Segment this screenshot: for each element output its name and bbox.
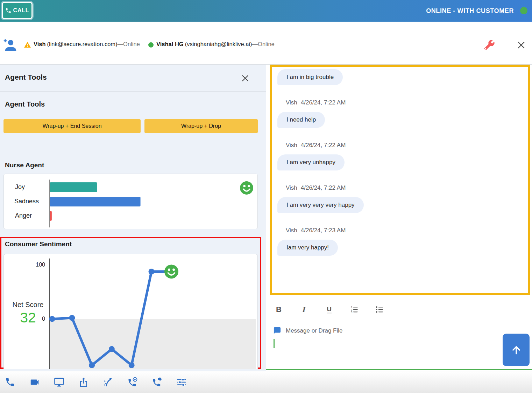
video-icon[interactable] [27, 374, 43, 390]
app-window: CALL ONLINE - WITH CUSTOMER Vish(link@se… [0, 0, 532, 393]
consumer-sentiment-title: Consumer Sentiment [5, 240, 72, 248]
agent-tools-header: Agent Tools [0, 65, 266, 92]
message-timestamp: 4/26/24, 7:22 AM [301, 99, 346, 106]
net-score-label: Net Score [9, 301, 47, 309]
italic-button[interactable]: I [299, 304, 309, 315]
composer-divider [266, 369, 532, 370]
phone-transfer-icon[interactable] [149, 374, 165, 390]
agent-name: Vish [34, 41, 46, 47]
message-header: Vish4/26/24, 7:23 AM [286, 227, 528, 235]
message-header: Vish4/26/24, 7:22 AM [286, 142, 528, 150]
customer-name: Vishal HG [156, 41, 184, 47]
customer-address: (vsinghaniahg@linklive.ai) [185, 41, 252, 47]
underline-button[interactable]: U [327, 306, 332, 313]
agent-status: —Online [118, 41, 140, 47]
ai-boost-icon[interactable] [100, 374, 116, 390]
message-header: Vish4/26/24, 7:22 AM [286, 184, 528, 192]
format-toolbar: B I U 123 [274, 304, 384, 315]
session-status-text: ONLINE - WITH CUSTOMER [426, 0, 514, 22]
send-button[interactable] [503, 334, 530, 366]
chat-message-bubble: I am very very very happy [277, 197, 364, 213]
message-timestamp: 4/26/24, 7:22 AM [301, 142, 346, 148]
consumer-sentiment-highlight: Consumer Sentiment 100 0 Net Score 32 [0, 237, 261, 369]
close-panel-icon[interactable] [241, 74, 250, 83]
share-file-icon[interactable] [76, 374, 92, 390]
ytick-100: 100 [24, 262, 45, 268]
message-input[interactable]: Message or Drag File [273, 327, 343, 335]
message-group: I am in big trouble [277, 69, 528, 85]
message-sender: Vish [286, 99, 297, 106]
message-timestamp: 4/26/24, 7:22 AM [301, 184, 346, 191]
agent-identity: Vish(link@secure.revation.com)—Online [34, 41, 140, 48]
message-sender: Vish [286, 142, 297, 148]
phone-icon [5, 7, 12, 14]
call-button-label: CALL [13, 7, 29, 14]
agent-tools-panel: Agent Tools Agent Tools Wrap-up + End Se… [0, 65, 266, 371]
chat-transcript: I am in big trouble Vish4/26/24, 7:22 AM… [270, 65, 530, 295]
agent-tools-panel-title: Agent Tools [5, 73, 47, 81]
message-sender: Vish [286, 184, 297, 191]
text-cursor [274, 339, 275, 348]
agent-address: (link@secure.revation.com) [47, 41, 118, 47]
message-group: Vish4/26/24, 7:23 AM Iam very happy! [277, 227, 528, 256]
message-list: I am in big trouble Vish4/26/24, 7:22 AM… [272, 67, 528, 256]
online-status-dot [520, 7, 527, 14]
chat-message-bubble: I need help [277, 112, 325, 128]
bulleted-list-button[interactable] [375, 304, 384, 315]
wrap-up-drop-button[interactable]: Wrap-up + Drop [144, 119, 258, 133]
bar-label-anger: Anger [15, 211, 32, 220]
nurse-agent-bar-chart [4, 174, 258, 229]
customer-identity: Vishal HG(vsinghaniahg@linklive.ai)—Onli… [156, 41, 275, 48]
numbered-list-button[interactable]: 123 [349, 304, 359, 315]
nurse-agent-chart-card: Joy Sadness Anger [3, 174, 258, 229]
wrench-icon[interactable] [484, 39, 495, 51]
close-session-icon[interactable] [516, 40, 526, 50]
chat-panel: I am in big trouble Vish4/26/24, 7:22 AM… [266, 65, 532, 371]
consumer-sentiment-chart-card: 100 0 Net Score 32 [3, 254, 258, 369]
call-button[interactable]: CALL [2, 2, 33, 19]
message-placeholder: Message or Drag File [286, 327, 343, 334]
add-person-icon[interactable] [3, 38, 17, 52]
chat-message-bubble: I am very unhappy [277, 154, 345, 170]
agent-tools-section-title: Agent Tools [5, 100, 45, 108]
svg-text:P: P [134, 378, 136, 381]
wrap-up-end-session-button[interactable]: Wrap-up + End Session [3, 119, 141, 133]
message-sender: Vish [286, 227, 297, 234]
chat-message-bubble: I am in big trouble [277, 69, 343, 85]
settings-sliders-icon[interactable] [173, 374, 190, 390]
bar-label-sadness: Sadness [14, 196, 39, 206]
bar-label-joy: Joy [15, 182, 25, 192]
top-status-bar: CALL ONLINE - WITH CUSTOMER [0, 0, 532, 22]
svg-text:3: 3 [351, 311, 352, 313]
happy-smiley-icon [164, 264, 178, 278]
net-score-value: 32 [9, 310, 47, 326]
customer-status: —Online [252, 41, 275, 47]
message-group: Vish4/26/24, 7:22 AM I need help [277, 99, 528, 128]
send-arrow-icon [510, 344, 522, 356]
phone-icon[interactable] [2, 374, 18, 390]
participants-row: Vish(link@secure.revation.com)—Online Vi… [0, 22, 532, 64]
warning-icon [24, 41, 31, 49]
message-group: Vish4/26/24, 7:22 AM I am very very very… [277, 184, 528, 213]
message-header: Vish4/26/24, 7:22 AM [286, 99, 528, 107]
screen-share-icon[interactable] [51, 374, 67, 390]
bold-button[interactable]: B [274, 304, 284, 315]
phone-park-icon[interactable]: P [125, 374, 141, 390]
chat-message-bubble: Iam very happy! [277, 240, 338, 256]
chat-bubble-icon [273, 327, 281, 335]
happy-smiley-icon [240, 181, 253, 195]
message-timestamp: 4/26/24, 7:23 AM [301, 227, 346, 234]
nurse-agent-title: Nurse Agent [5, 161, 44, 169]
customer-online-dot [148, 42, 154, 48]
message-group: Vish4/26/24, 7:22 AM I am very unhappy [277, 142, 528, 170]
call-controls-toolbar: P [0, 371, 532, 393]
